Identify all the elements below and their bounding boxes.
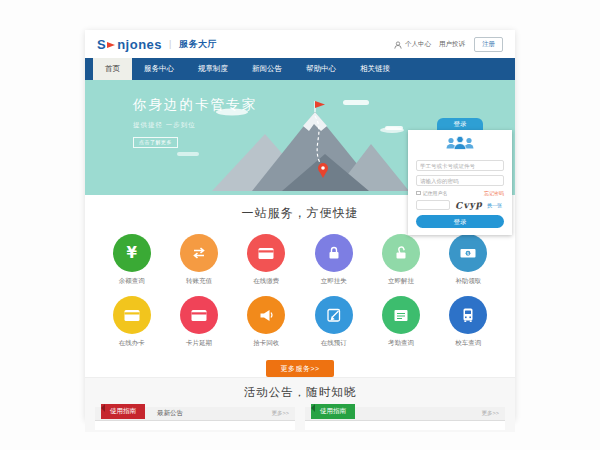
login-options-row: 记住用户名 忘记密码 [416, 190, 504, 196]
login-form: 记住用户名 忘记密码 Cvyp 换一张 登录 [408, 130, 512, 235]
main-nav: 首页 服务中心 规章制度 新闻公告 帮助中心 相关链接 [85, 58, 515, 80]
announcement-panels: 使用指南 最新公告 更多>> 使用指南 更多>> [85, 407, 515, 430]
megaphone-icon [247, 296, 285, 334]
hero-cta-button[interactable]: 点击了解更多 [133, 137, 178, 148]
password-input[interactable] [416, 175, 504, 186]
announcements-title: 活动公告，随时知晓 [85, 385, 515, 400]
personal-center-link[interactable]: 个人中心 [405, 40, 431, 49]
nav-item-links[interactable]: 相关链接 [348, 58, 402, 80]
service-transfer[interactable]: 转账充值 [165, 234, 232, 286]
unlock-icon [382, 234, 420, 272]
account-input[interactable] [416, 160, 504, 171]
nav-item-rules[interactable]: 规章制度 [186, 58, 240, 80]
browser-page: S njones | 服务大厅 个人中心 用户投诉 注册 首页 服务中心 规章制… [85, 30, 515, 420]
captcha-refresh-link[interactable]: 换一张 [487, 202, 502, 208]
register-button[interactable]: 注册 [474, 37, 503, 52]
bus-icon [449, 296, 487, 334]
logo-text-2: njones [117, 37, 162, 52]
captcha-image[interactable]: Cvyp [455, 199, 484, 211]
logo-arrow-icon [107, 37, 116, 52]
list-icon [382, 296, 420, 334]
nav-item-home[interactable]: 首页 [93, 58, 132, 80]
mountain-illustration [197, 96, 412, 195]
service-unlock[interactable]: 立即解挂 [367, 234, 434, 286]
announcements-section: 活动公告，随时知晓 使用指南 最新公告 更多>> 使用指南 更多>> [85, 377, 515, 432]
cloud-shape [177, 152, 199, 156]
guide-panel-left: 使用指南 最新公告 更多>> [95, 407, 295, 430]
service-found-card[interactable]: 拾卡回收 [233, 296, 300, 348]
users-group-icon [416, 135, 504, 156]
service-card-extension[interactable]: 卡片延期 [165, 296, 232, 348]
ribbon-tab-guide[interactable]: 使用指南 [101, 404, 145, 419]
banknote-icon: $ [449, 234, 487, 272]
more-services-button[interactable]: 更多服务>> [266, 360, 334, 377]
more-link[interactable]: 更多>> [272, 410, 295, 417]
hero-banner: 你身边的卡管专家 提供捷径 一步到位 点击了解更多 [85, 80, 515, 195]
nav-item-help[interactable]: 帮助中心 [294, 58, 348, 80]
service-online-booking[interactable]: 在线预订 [300, 296, 367, 348]
tab-latest-news[interactable]: 最新公告 [157, 409, 183, 418]
user-icon [394, 35, 402, 53]
site-header: S njones | 服务大厅 个人中心 用户投诉 注册 [85, 30, 515, 58]
remember-label: 记住用户名 [423, 190, 448, 196]
card-icon [113, 296, 151, 334]
login-submit-button[interactable]: 登录 [416, 215, 504, 228]
more-link[interactable]: 更多>> [482, 410, 505, 417]
edit-icon [315, 296, 353, 334]
login-tab[interactable]: 登录 [437, 118, 483, 130]
captcha-row: Cvyp 换一张 [416, 200, 504, 210]
services-grid: ¥ 余额查询 转账充值 在线缴费 立即挂失 [98, 234, 502, 348]
logo-text-1: S [97, 37, 106, 52]
login-panel: 登录 记住用户名 忘记密码 [408, 118, 512, 235]
service-apply-card[interactable]: 在线办卡 [98, 296, 165, 348]
remember-checkbox[interactable] [416, 191, 421, 196]
card-icon [247, 234, 285, 272]
desktop-background: S njones | 服务大厅 个人中心 用户投诉 注册 首页 服务中心 规章制… [0, 0, 600, 450]
user-complaint-link[interactable]: 用户投诉 [439, 40, 465, 49]
ribbon-tab-guide[interactable]: 使用指南 [311, 404, 355, 419]
captcha-input[interactable] [416, 200, 450, 210]
site-logo[interactable]: S njones | 服务大厅 [97, 37, 217, 52]
panel-body [95, 421, 295, 430]
service-balance[interactable]: ¥ 余额查询 [98, 234, 165, 286]
card-icon [180, 296, 218, 334]
nav-item-news[interactable]: 新闻公告 [240, 58, 294, 80]
service-attendance[interactable]: 考勤查询 [367, 296, 434, 348]
guide-panel-right: 使用指南 更多>> [305, 407, 505, 430]
service-report-loss[interactable]: 立即挂失 [300, 234, 367, 286]
panel-head: 使用指南 最新公告 更多>> [95, 407, 295, 421]
header-actions: 个人中心 用户投诉 注册 [394, 35, 503, 53]
yen-icon: ¥ [113, 234, 151, 272]
transfer-arrows-icon [180, 234, 218, 272]
nav-item-service-center[interactable]: 服务中心 [132, 58, 186, 80]
panel-body [305, 421, 505, 430]
panel-head: 使用指南 更多>> [305, 407, 505, 421]
service-school-bus[interactable]: 校车查询 [435, 296, 502, 348]
site-subtitle: 服务大厅 [179, 38, 217, 51]
service-pay[interactable]: 在线缴费 [233, 234, 300, 286]
logo-divider: | [169, 39, 172, 49]
forgot-password-link[interactable]: 忘记密码 [484, 190, 504, 196]
svg-text:$: $ [467, 251, 470, 256]
lock-icon [315, 234, 353, 272]
service-subsidy[interactable]: $ 补助领取 [435, 234, 502, 286]
